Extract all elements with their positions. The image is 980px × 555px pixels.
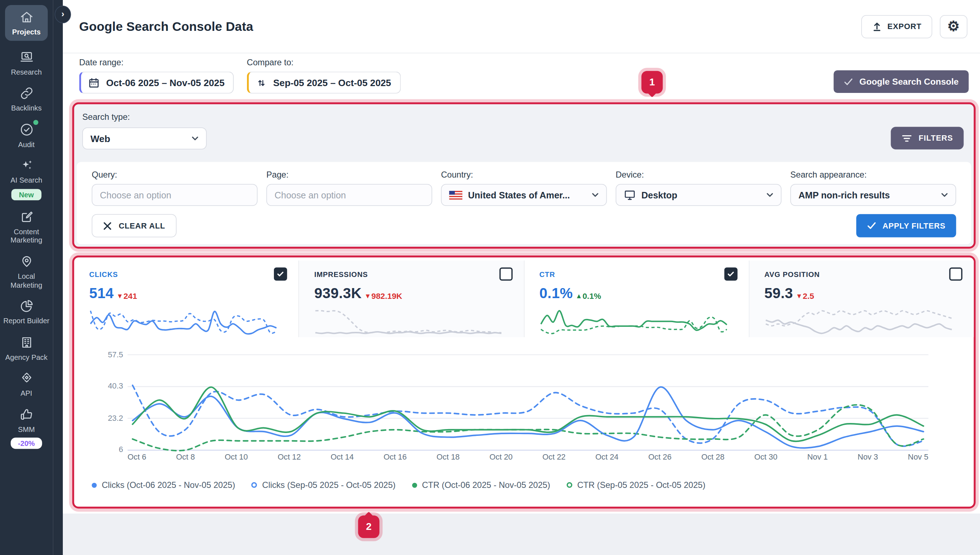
sidebar-collapse-button[interactable]: › [55,6,71,23]
x-axis-tick: Oct 30 [754,453,777,462]
sidebar-item-content-marketing[interactable]: Content Marketing [3,209,50,245]
chevron-down-icon [766,192,773,197]
x-axis-tick: Oct 24 [596,453,619,462]
x-axis-tick: Oct 10 [225,453,248,462]
api-icon [19,371,34,387]
country-label: Country: [441,170,607,180]
device-select[interactable]: Desktop [615,184,781,206]
sidebar-item-local-marketing[interactable]: Local Marketing [3,253,50,290]
legend-item-ctr-previous[interactable]: CTR (Sep-05 2025 - Oct-05 2025) [567,480,705,490]
legend-dot-filled-blue [92,483,97,488]
x-axis-tick: Oct 16 [384,453,407,462]
legend-item-clicks-previous[interactable]: Clicks (Sep-05 2025 - Oct-05 2025) [252,480,395,490]
date-range-select[interactable]: Oct-06 2025 – Nov-05 2025 [79,72,234,94]
sidebar-item-label: AI Search [3,176,50,185]
query-label: Query: [92,170,258,180]
metric-label: CTR [539,270,555,278]
metric-card-clicks[interactable]: CLICKS 514 ▾241 [74,260,299,337]
search-appearance-label: Search appearance: [790,170,956,180]
sparkles-icon [19,158,34,174]
metric-delta: ▾2.5 [797,291,814,301]
sidebar-item-research[interactable]: Research [3,49,50,76]
sidebar-item-backlinks[interactable]: Backlinks [3,85,50,113]
search-appearance-select[interactable]: AMP non-rich results [790,184,956,206]
desktop-icon [624,189,636,201]
sidebar-item-smm[interactable]: SMM -20% [3,407,50,449]
search-type-value: Web [90,133,110,144]
ctr-checkbox[interactable] [724,268,737,281]
y-axis-tick: 57.5 [95,351,123,359]
chevron-down-icon [941,192,948,197]
filters-button[interactable]: FILTERS [891,127,964,149]
research-icon [19,49,34,65]
sidebar-item-report-builder[interactable]: Report Builder [3,298,50,326]
page-input[interactable] [267,184,432,206]
sidebar-item-agency-pack[interactable]: Agency Pack [3,334,50,362]
content-edit-icon [19,209,34,225]
metric-card-ctr[interactable]: CTR 0.1% ▴0.1% [524,260,749,337]
x-axis-tick: Oct 18 [437,453,459,462]
filters-section: Search type: Web FILTERS Query: [72,102,976,249]
chart-legend: Clicks (Oct-06 2025 - Nov-05 2025) Click… [92,480,706,490]
metric-label: AVG POSITION [764,270,819,278]
search-appearance-value: AMP non-rich results [798,190,890,200]
export-button[interactable]: EXPORT [861,15,932,38]
sidebar-item-api[interactable]: API [3,371,50,398]
country-value: United States of Amer... [468,190,570,200]
sidebar-item-label: Audit [3,140,50,149]
upload-icon [872,21,882,32]
check-circle-icon [19,122,34,137]
avg-position-sparkline [764,308,953,337]
avg-position-checkbox[interactable] [949,268,962,281]
legend-item-ctr-current[interactable]: CTR (Oct-06 2025 - Nov-05 2025) [412,480,550,490]
metric-value: 939.3K [314,285,361,302]
metric-cards-row: CLICKS 514 ▾241 IMPRESSIONS 939 [74,260,974,337]
metric-card-avg-position[interactable]: AVG POSITION 59.3 ▾2.5 [749,260,974,337]
country-select[interactable]: United States of Amer... [441,184,607,206]
device-label: Device: [615,170,781,180]
x-axis-tick: Nov 1 [807,453,828,462]
page-label: Page: [267,170,432,180]
sidebar-item-audit[interactable]: Audit [3,122,50,149]
us-flag-icon [449,191,463,199]
x-axis-tick: Nov 5 [908,453,928,462]
ctr-sparkline [539,308,728,337]
google-search-console-button[interactable]: Google Search Console [834,70,969,93]
sidebar-item-label: Local Marketing [3,272,50,289]
metric-value: 514 [89,285,114,302]
x-axis-tick: Oct 6 [127,453,146,462]
x-axis-tick: Oct 20 [490,453,512,462]
app: Projects Research Backlinks Audit AI Sea… [0,0,980,555]
link-icon [19,85,34,101]
chevron-down-icon [192,136,199,141]
pie-chart-icon [19,298,34,314]
metric-card-impressions[interactable]: IMPRESSIONS 939.3K ▾982.19K [299,260,524,337]
filter-icon [902,133,913,143]
impressions-checkbox[interactable] [499,268,512,281]
check-icon [727,271,734,277]
metric-delta: ▾982.19K [366,291,402,301]
query-input[interactable] [92,184,258,206]
clicks-checkbox[interactable] [274,268,287,281]
x-axis-tick: Oct 14 [331,453,353,462]
x-axis-tick: Oct 26 [648,453,671,462]
compare-to-select[interactable]: Sep-05 2025 – Oct-05 2025 [247,72,401,94]
apply-filters-button[interactable]: APPLY FILTERS [856,214,956,237]
x-axis-tick: Oct 22 [542,453,566,462]
sidebar-item-label: Backlinks [3,104,50,113]
date-range-value: Oct-06 2025 – Nov-05 2025 [106,77,225,88]
legend-dot-hollow-green [567,482,572,488]
sidebar-item-ai-search[interactable]: AI Search New [3,158,50,200]
clear-all-button[interactable]: CLEAR ALL [92,214,177,237]
sidebar-divider [53,0,53,555]
delta-arrow-icon: ▾ [118,293,122,300]
search-type-select[interactable]: Web [82,127,207,149]
sidebar-item-label: Content Marketing [3,228,50,245]
x-axis-tick: Oct 28 [701,453,725,462]
legend-item-clicks-current[interactable]: Clicks (Oct-06 2025 - Nov-05 2025) [92,480,236,490]
sidebar-item-projects[interactable]: Projects [5,5,48,40]
settings-button[interactable]: ⚙ [940,15,967,38]
metric-label: IMPRESSIONS [314,270,368,278]
legend-dot-filled-green [412,483,417,488]
export-label: EXPORT [887,22,922,31]
